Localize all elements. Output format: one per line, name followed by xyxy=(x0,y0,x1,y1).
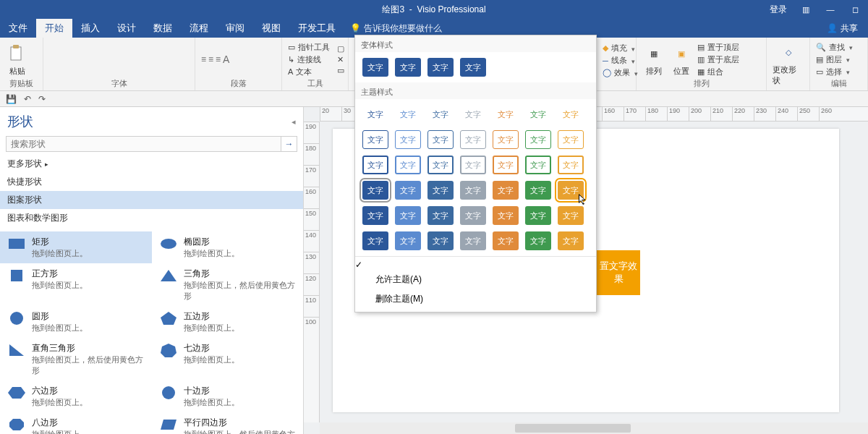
send-back-button[interactable]: ▥置于底层 xyxy=(697,54,739,65)
style-swatch[interactable]: 文字 xyxy=(525,206,551,225)
style-swatch[interactable]: 文字 xyxy=(558,130,584,149)
shape-item[interactable]: 八边形拖到绘图页上。 xyxy=(0,412,152,434)
scrollbar-thumb[interactable] xyxy=(515,424,631,433)
fill-button[interactable]: ◆填充 xyxy=(603,43,638,54)
shape-item[interactable]: 五边形拖到绘图页上。 xyxy=(152,306,304,338)
tab-view[interactable]: 视图 xyxy=(253,19,289,38)
tab-design[interactable]: 设计 xyxy=(109,19,145,38)
style-swatch[interactable]: 文字 xyxy=(525,130,551,149)
align-right-icon[interactable]: ≡ xyxy=(216,54,221,64)
login-link[interactable]: 登录 xyxy=(770,4,787,16)
style-swatch[interactable]: 文字 xyxy=(493,206,519,225)
cat-basic[interactable]: 图案形状 xyxy=(0,191,303,209)
save-icon[interactable]: 💾 xyxy=(6,94,17,104)
group-shapes-button[interactable]: ▦组合 xyxy=(697,67,739,77)
style-swatch[interactable]: 文字 xyxy=(460,105,486,124)
effect-button[interactable]: ◯效果 xyxy=(603,67,638,78)
tab-data[interactable]: 数据 xyxy=(145,19,181,38)
ribbon-options-icon[interactable]: ▥ xyxy=(800,4,812,15)
tab-file[interactable]: 文件 xyxy=(0,19,36,38)
style-swatch[interactable]: 文字 xyxy=(493,231,519,250)
shape-item[interactable]: 椭圆形拖到绘图页上。 xyxy=(152,231,304,263)
style-swatch[interactable]: 文字 xyxy=(493,181,519,200)
style-swatch[interactable]: 文字 xyxy=(362,231,388,250)
style-swatch[interactable]: 文字 xyxy=(460,58,486,77)
shape-item[interactable]: 六边形拖到绘图页上。 xyxy=(0,380,152,412)
style-swatch[interactable]: 文字 xyxy=(558,206,584,225)
pointer-tool[interactable]: ▭指针工具 xyxy=(288,42,330,53)
paste-button[interactable]: 粘贴 xyxy=(6,42,29,77)
bring-front-button[interactable]: ▤置于顶层 xyxy=(697,42,739,53)
style-swatch[interactable]: 文字 xyxy=(427,130,454,149)
allow-theme-item[interactable]: 允许主题(A) xyxy=(355,270,596,289)
style-swatch[interactable]: 文字 xyxy=(460,231,486,250)
cat-more[interactable]: 更多形状 ▸ xyxy=(0,155,303,173)
x-tool-icon[interactable]: ✕ xyxy=(337,55,344,64)
style-swatch[interactable]: 文字 xyxy=(395,231,421,250)
tell-me-input[interactable]: 告诉我你想要做什么 xyxy=(364,22,442,35)
tab-insert[interactable]: 插入 xyxy=(72,19,109,38)
style-swatch[interactable]: 文字 xyxy=(460,206,486,225)
shape-item[interactable]: 平行四边形拖到绘图页上，然后使用黄色方形 xyxy=(152,412,304,434)
style-swatch[interactable]: 文字 xyxy=(395,58,421,77)
style-swatch[interactable]: 文字 xyxy=(460,181,486,200)
connector-tool[interactable]: ↳连接线 xyxy=(288,54,330,65)
shape-item[interactable]: 十边形拖到绘图页上。 xyxy=(152,380,304,412)
shape-item[interactable]: 正方形拖到绘图页上。 xyxy=(0,263,152,306)
style-swatch[interactable]: 文字 xyxy=(395,130,421,149)
shape-item[interactable]: 直角三角形拖到绘图页上，然后使用黄色方形 xyxy=(0,338,152,380)
style-swatch[interactable]: 文字 xyxy=(427,156,454,174)
change-shape-button[interactable]: ◇更改形状 xyxy=(773,41,804,86)
redo-icon[interactable]: ↷ xyxy=(38,94,46,104)
style-swatch[interactable]: 文字 xyxy=(558,105,584,124)
align-left-icon[interactable]: ≡ xyxy=(201,54,206,64)
rect-tool-icon[interactable]: ▢ xyxy=(337,44,344,54)
style-swatch[interactable]: 文字 xyxy=(525,181,551,200)
style-swatch[interactable]: 文字 xyxy=(525,231,551,250)
position-button[interactable]: ▣位置 xyxy=(670,42,693,77)
style-swatch[interactable]: 文字 xyxy=(558,156,584,174)
style-swatch[interactable]: 文字 xyxy=(362,206,388,225)
minimize-icon[interactable]: — xyxy=(825,4,836,15)
select-button[interactable]: ▭选择 xyxy=(816,67,853,77)
style-swatch[interactable]: 文字 xyxy=(427,105,454,124)
rect2-tool-icon[interactable]: ▭ xyxy=(337,66,344,75)
style-swatch[interactable]: 文字 xyxy=(558,231,584,250)
style-swatch[interactable]: 文字 xyxy=(427,181,454,200)
style-swatch[interactable]: 文字 xyxy=(427,58,454,77)
font-size-up-icon[interactable]: A xyxy=(223,54,229,65)
style-swatch[interactable]: 文字 xyxy=(362,181,388,200)
share-button[interactable]: 👤 共享 xyxy=(817,19,868,38)
remove-theme-item[interactable]: 删除主题(M) xyxy=(355,289,596,309)
find-button[interactable]: 🔍查找 xyxy=(816,42,853,53)
shapes-search-go[interactable]: → xyxy=(281,136,297,152)
shape-item[interactable]: 圆形拖到绘图页上。 xyxy=(0,306,152,338)
style-swatch[interactable]: 文字 xyxy=(525,156,551,174)
style-swatch[interactable]: 文字 xyxy=(362,105,388,124)
maximize-icon[interactable]: ◻ xyxy=(849,4,861,15)
tab-process[interactable]: 流程 xyxy=(181,19,217,38)
style-swatch[interactable]: 文字 xyxy=(493,105,519,124)
style-swatch[interactable]: 文字 xyxy=(362,130,388,149)
cat-quick[interactable]: 快捷形状 xyxy=(0,173,303,191)
cat-chart[interactable]: 图表和数学图形 xyxy=(0,209,303,227)
style-swatch[interactable]: 文字 xyxy=(395,105,421,124)
style-swatch[interactable]: 文字 xyxy=(427,206,454,225)
tab-review[interactable]: 审阅 xyxy=(217,19,253,38)
shape-item[interactable]: 矩形拖到绘图页上。 xyxy=(0,231,152,263)
layers-button[interactable]: ▤图层 xyxy=(816,54,853,65)
shape-item[interactable]: 七边形拖到绘图页上。 xyxy=(152,338,304,380)
style-swatch[interactable]: 文字 xyxy=(362,58,388,77)
style-swatch[interactable]: 文字 xyxy=(395,156,421,174)
style-swatch[interactable]: 文字 xyxy=(525,105,551,124)
style-swatch[interactable]: 文字 xyxy=(493,130,519,149)
shapes-search-input[interactable] xyxy=(6,136,281,152)
align-center-icon[interactable]: ≡ xyxy=(208,54,213,64)
horizontal-scrollbar[interactable] xyxy=(320,422,868,434)
style-swatch[interactable]: 文字 xyxy=(493,156,519,174)
style-swatch[interactable]: 文字 xyxy=(395,206,421,225)
undo-icon[interactable]: ↶ xyxy=(24,94,31,104)
tab-home[interactable]: 开始 xyxy=(36,19,72,38)
arrange-button[interactable]: ▦排列 xyxy=(642,42,665,77)
style-swatch[interactable]: 文字 xyxy=(460,156,486,174)
